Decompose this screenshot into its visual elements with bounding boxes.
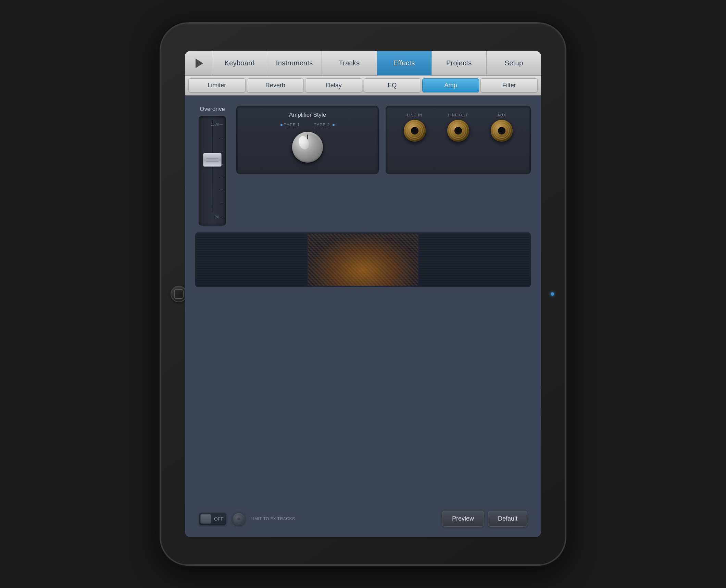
spacer bbox=[195, 294, 531, 504]
fader-mark-6 bbox=[220, 203, 223, 203]
fader-line-1 bbox=[206, 158, 218, 159]
sub-tab-reverb[interactable]: Reverb bbox=[247, 78, 304, 92]
default-button[interactable]: Default bbox=[488, 511, 527, 527]
fader-mark-bottom-text: 0% bbox=[215, 215, 220, 219]
fader-marks: 100% bbox=[211, 116, 223, 225]
line-out-jack[interactable] bbox=[447, 120, 469, 142]
fader-mark-top: 100% bbox=[211, 123, 223, 126]
fader-container: 100% bbox=[199, 116, 226, 226]
fader-mark-4 bbox=[220, 177, 223, 177]
aux-connector: AUX bbox=[491, 113, 513, 142]
amp-type-labels: TYPE 1 TYPE 1 TYPE 2 bbox=[280, 123, 335, 127]
jack-ring-inner-2 bbox=[451, 124, 465, 138]
main-content: Overdrive 100% bbox=[185, 95, 541, 537]
fader-mark-2 bbox=[220, 152, 223, 152]
sub-tab-delay[interactable]: Delay bbox=[305, 78, 362, 92]
right-controls: Preview Default bbox=[442, 511, 527, 527]
fx-knob-dot bbox=[238, 518, 240, 520]
fader-mark-6-line bbox=[220, 203, 223, 203]
fader-mark-1-line bbox=[220, 139, 223, 139]
fader-mark-2-line bbox=[220, 152, 223, 152]
power-toggle[interactable]: OFF bbox=[199, 512, 227, 525]
line-in-label: LINE IN bbox=[407, 113, 423, 117]
line-in-connector: LINE IN bbox=[404, 113, 426, 142]
sub-tab-filter[interactable]: Filter bbox=[480, 78, 538, 92]
amp-style-inner: TYPE 1 TYPE 1 TYPE 2 bbox=[242, 123, 373, 164]
fader-mark-4-line bbox=[220, 177, 223, 177]
tab-instruments[interactable]: Instruments bbox=[267, 51, 322, 75]
fader-mark-bottom-line bbox=[220, 217, 223, 217]
tablet-screen: Keyboard Instruments Tracks Effects Proj… bbox=[185, 51, 541, 537]
tab-keyboard[interactable]: Keyboard bbox=[212, 51, 267, 75]
toggle-off-label: OFF bbox=[214, 516, 224, 522]
amp-style-title: Amplifier Style bbox=[242, 112, 373, 118]
nav-bar: Keyboard Instruments Tracks Effects Proj… bbox=[185, 51, 541, 76]
overdrive-label: Overdrive bbox=[200, 106, 225, 113]
play-icon bbox=[196, 59, 203, 68]
tab-effects[interactable]: Effects bbox=[377, 51, 432, 75]
aux-jack[interactable] bbox=[491, 120, 513, 142]
aux-label: AUX bbox=[498, 113, 506, 117]
amp-type2-text: TYPE 2 bbox=[314, 123, 335, 127]
left-controls: OFF LIMIT TO FX TRACKS bbox=[199, 512, 295, 525]
grille-panel-right bbox=[420, 234, 529, 286]
speaker-grille bbox=[195, 232, 531, 287]
tablet-device: Keyboard Instruments Tracks Effects Proj… bbox=[161, 24, 565, 564]
connectors-section: LINE IN LINE OUT bbox=[386, 106, 531, 174]
amp-style-section: Amplifier Style TYPE 1 TYPE 1 TYPE 2 bbox=[236, 106, 379, 174]
tab-projects[interactable]: Projects bbox=[432, 51, 487, 75]
grille-panel-left bbox=[197, 234, 306, 286]
overdrive-section: Overdrive 100% bbox=[195, 106, 229, 226]
jack-ring-inner-3 bbox=[495, 124, 509, 138]
home-button-inner bbox=[174, 289, 184, 299]
fader-mark-top-line bbox=[220, 124, 223, 125]
fx-knob[interactable] bbox=[232, 512, 245, 525]
toggle-lever bbox=[200, 514, 211, 524]
fx-limit-label: LIMIT TO FX TRACKS bbox=[251, 516, 295, 521]
fader-line-2 bbox=[206, 160, 218, 160]
line-out-label: LINE OUT bbox=[448, 113, 468, 117]
amp-type1-label: TYPE 1 bbox=[280, 123, 300, 127]
line-out-connector: LINE OUT bbox=[447, 113, 469, 142]
fader-mark-5 bbox=[220, 190, 223, 190]
fader-mark-bottom: 0% bbox=[215, 215, 223, 219]
led-indicator bbox=[551, 292, 554, 296]
line-in-jack[interactable] bbox=[404, 120, 426, 142]
preview-button[interactable]: Preview bbox=[442, 511, 484, 527]
knob-indicator bbox=[307, 135, 308, 139]
home-button[interactable] bbox=[171, 286, 187, 302]
knob-container bbox=[290, 130, 325, 164]
sub-tab-eq[interactable]: EQ bbox=[364, 78, 421, 92]
jack-ring-inner-1 bbox=[408, 124, 422, 138]
play-button[interactable] bbox=[185, 51, 212, 75]
sub-tab-amp[interactable]: Amp bbox=[422, 78, 479, 92]
tab-setup[interactable]: Setup bbox=[487, 51, 541, 75]
knob-highlight bbox=[297, 135, 311, 151]
fader-mark-5-line bbox=[220, 190, 223, 190]
fader-mark-1 bbox=[220, 139, 223, 139]
grille-panel-center bbox=[308, 234, 418, 286]
connectors-inner: LINE IN LINE OUT bbox=[393, 113, 524, 142]
sub-tabs-bar: Limiter Reverb Delay EQ Amp Filter bbox=[185, 76, 541, 95]
fader-mark-top-text: 100% bbox=[211, 123, 220, 126]
tab-tracks[interactable]: Tracks bbox=[322, 51, 377, 75]
amp-style-knob[interactable] bbox=[292, 132, 323, 163]
fader-handle[interactable] bbox=[203, 153, 222, 167]
sub-tab-limiter[interactable]: Limiter bbox=[188, 78, 246, 92]
fader-line-3 bbox=[206, 161, 218, 162]
bottom-controls: OFF LIMIT TO FX TRACKS Preview Default bbox=[195, 511, 531, 527]
top-row: Overdrive 100% bbox=[195, 106, 531, 226]
